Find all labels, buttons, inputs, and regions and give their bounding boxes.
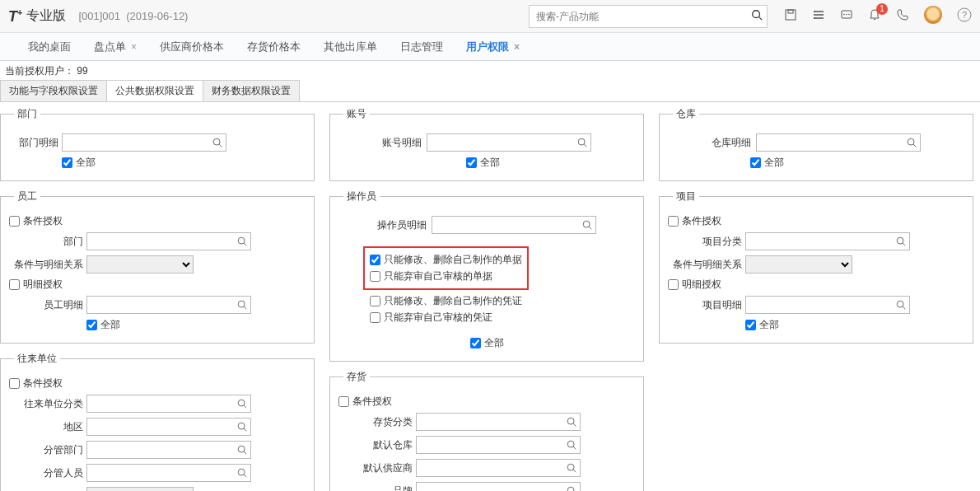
lookup-icon[interactable] bbox=[894, 297, 908, 312]
inv-cond-label: 条件授权 bbox=[352, 395, 392, 409]
svg-line-43 bbox=[913, 144, 916, 147]
proj-detail-label: 项目明细 bbox=[668, 298, 742, 312]
account-detail-input[interactable] bbox=[427, 133, 591, 152]
staff-detail-checkbox[interactable] bbox=[9, 279, 20, 290]
inv-class-input[interactable] bbox=[416, 413, 581, 431]
operator-detail-input[interactable] bbox=[432, 216, 596, 234]
partner-class-input[interactable] bbox=[86, 395, 251, 413]
proj-cond-checkbox[interactable] bbox=[668, 216, 679, 227]
lookup-icon[interactable] bbox=[580, 217, 595, 232]
operator-opt1-checkbox[interactable] bbox=[370, 255, 380, 265]
proj-all-checkbox[interactable] bbox=[745, 320, 756, 330]
inv-supplier-input[interactable] bbox=[416, 459, 581, 477]
search-box bbox=[529, 5, 768, 28]
staff-detail-input[interactable] bbox=[86, 296, 251, 314]
lookup-icon[interactable] bbox=[210, 135, 225, 150]
lookup-icon[interactable] bbox=[894, 234, 908, 249]
partner-cond-checkbox[interactable] bbox=[9, 378, 20, 389]
partner-region-input[interactable] bbox=[86, 418, 251, 436]
header-icons: 1 ? bbox=[784, 6, 972, 27]
partner-class-label: 往来单位分类 bbox=[9, 397, 83, 411]
proj-detail-auth-label: 明细授权 bbox=[682, 278, 721, 292]
tab-desktop[interactable]: 我的桌面 bbox=[16, 33, 82, 61]
account-detail-label: 账号明细 bbox=[382, 136, 422, 150]
group-dept: 部门 部门明细 全部 bbox=[0, 107, 315, 181]
lookup-icon[interactable] bbox=[564, 484, 579, 491]
close-icon[interactable]: × bbox=[514, 41, 520, 53]
sub-tab-finance[interactable]: 财务数据权限设置 bbox=[203, 80, 300, 101]
avatar-icon[interactable] bbox=[924, 6, 942, 27]
inv-brand-input[interactable] bbox=[416, 482, 581, 491]
staff-relation-select[interactable] bbox=[86, 255, 194, 274]
account-all-checkbox[interactable] bbox=[466, 157, 477, 168]
chat-icon[interactable] bbox=[840, 8, 853, 25]
save-icon[interactable] bbox=[784, 8, 797, 25]
svg-line-47 bbox=[903, 306, 905, 309]
lookup-icon[interactable] bbox=[564, 437, 579, 452]
lookup-icon[interactable] bbox=[235, 297, 250, 312]
lookup-icon[interactable] bbox=[575, 135, 590, 150]
list-icon[interactable] bbox=[812, 8, 825, 25]
tab-log[interactable]: 日志管理 bbox=[389, 33, 455, 61]
svg-point-32 bbox=[583, 221, 590, 227]
search-input[interactable] bbox=[529, 5, 768, 28]
wh-all-checkbox[interactable] bbox=[750, 157, 761, 168]
dept-all-checkbox[interactable] bbox=[62, 157, 72, 168]
sub-tab-public[interactable]: 公共数据权限设置 bbox=[106, 80, 203, 101]
lookup-icon[interactable] bbox=[564, 414, 579, 429]
proj-detail-checkbox[interactable] bbox=[668, 279, 679, 290]
svg-point-10 bbox=[843, 13, 845, 15]
staff-dept-input[interactable] bbox=[86, 232, 251, 250]
help-icon[interactable]: ? bbox=[957, 7, 972, 26]
operator-all-checkbox[interactable] bbox=[470, 338, 481, 348]
legend-inventory: 存货 bbox=[343, 370, 370, 384]
search-icon[interactable] bbox=[751, 9, 763, 23]
svg-line-25 bbox=[244, 428, 246, 431]
phone-icon[interactable] bbox=[896, 8, 909, 25]
lookup-icon[interactable] bbox=[235, 419, 250, 434]
proj-relation-select[interactable] bbox=[745, 255, 852, 274]
close-icon[interactable]: × bbox=[131, 41, 137, 53]
operator-opt2-checkbox[interactable] bbox=[370, 271, 380, 282]
lookup-icon[interactable] bbox=[235, 442, 250, 457]
bell-icon[interactable]: 1 bbox=[868, 8, 881, 25]
svg-point-22 bbox=[238, 400, 245, 406]
wh-all-label: 全部 bbox=[764, 156, 784, 170]
staff-all-checkbox[interactable] bbox=[86, 320, 97, 330]
lookup-icon[interactable] bbox=[235, 234, 250, 249]
partner-relation-select[interactable] bbox=[86, 487, 194, 491]
staff-cond-checkbox[interactable] bbox=[9, 216, 20, 227]
dept-detail-input[interactable] bbox=[62, 133, 226, 152]
tab-other-out[interactable]: 其他出库单 bbox=[312, 33, 389, 61]
staff-detail-auth-label: 明细授权 bbox=[23, 278, 63, 292]
tab-inv-price[interactable]: 存货价格本 bbox=[236, 33, 312, 61]
tab-supplier-price[interactable]: 供应商价格本 bbox=[148, 33, 236, 61]
group-staff: 员工 条件授权 部门 条件与明细关系 明细授权 员工明细 全部 bbox=[0, 189, 315, 344]
operator-opt3-checkbox[interactable] bbox=[370, 296, 380, 306]
operator-opt1-label: 只能修改、删除自己制作的单据 bbox=[384, 253, 522, 267]
operator-opt4-checkbox[interactable] bbox=[370, 312, 380, 323]
tab-inventory-check[interactable]: 盘点单× bbox=[82, 33, 148, 61]
lookup-icon[interactable] bbox=[235, 396, 250, 411]
proj-detail-input[interactable] bbox=[745, 296, 910, 314]
svg-point-40 bbox=[567, 487, 574, 491]
partner-region-label: 地区 bbox=[9, 420, 83, 434]
svg-rect-2 bbox=[786, 10, 796, 20]
staff-dept-label: 部门 bbox=[9, 235, 83, 249]
inv-cond-checkbox[interactable] bbox=[338, 396, 349, 407]
svg-point-36 bbox=[567, 441, 574, 447]
svg-point-44 bbox=[897, 237, 903, 244]
operator-opt3-label: 只能修改、删除自己制作的凭证 bbox=[384, 294, 522, 308]
inv-class-label: 存货分类 bbox=[338, 415, 413, 429]
partner-dept-input[interactable] bbox=[86, 441, 251, 459]
lookup-icon[interactable] bbox=[235, 465, 250, 480]
partner-person-input[interactable] bbox=[86, 464, 251, 482]
lookup-icon[interactable] bbox=[564, 461, 579, 475]
lookup-icon[interactable] bbox=[904, 135, 919, 150]
wh-detail-input[interactable] bbox=[756, 133, 921, 152]
inv-wh-input[interactable] bbox=[416, 436, 581, 454]
tab-user-perm[interactable]: 用户权限× bbox=[455, 33, 531, 61]
sub-tab-func[interactable]: 功能与字段权限设置 bbox=[0, 80, 107, 101]
group-project: 项目 条件授权 项目分类 条件与明细关系 明细授权 项目明细 全部 bbox=[659, 189, 973, 344]
proj-class-input[interactable] bbox=[745, 232, 910, 250]
